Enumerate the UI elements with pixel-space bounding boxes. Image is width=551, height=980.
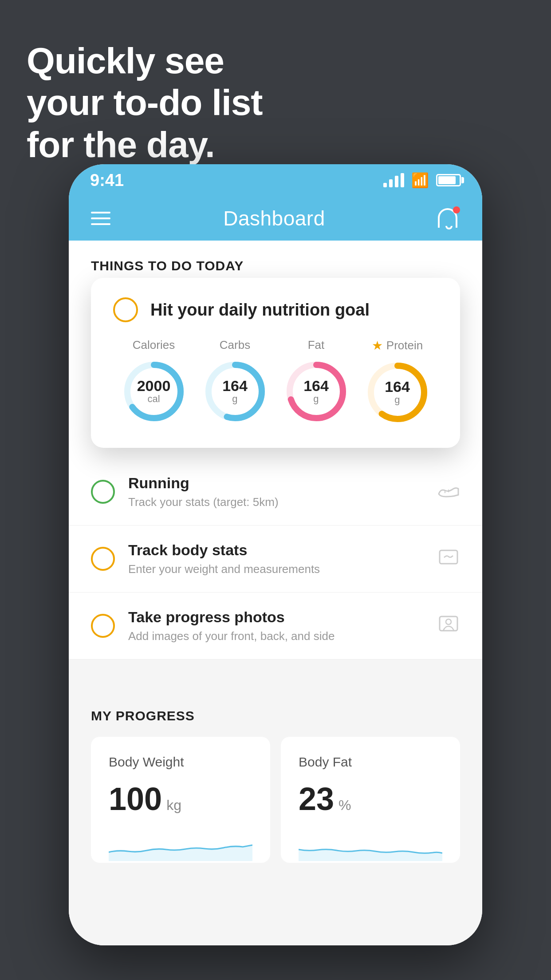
calories-unit: cal [137,393,171,405]
todo-item-progress-photos[interactable]: Take progress photos Add images of your … [69,593,482,660]
calories-label: Calories [133,338,175,352]
body-fat-title: Body Fat [299,755,442,770]
star-icon: ★ [372,338,383,353]
todo-name-running: Running [128,474,424,492]
signal-icon [383,173,404,187]
spacer [69,660,482,686]
status-bar: 9:41 📶 [69,164,482,196]
carbs-label: Carbs [220,338,250,352]
todo-circle-body-stats [91,547,115,571]
calories-donut: 2000 cal [121,358,187,425]
body-weight-value-row: 100 kg [109,783,252,815]
carbs-stat: Carbs 164 g [202,338,268,425]
todo-desc-progress-photos: Add images of your front, back, and side [128,629,424,643]
body-weight-unit: kg [166,797,181,814]
body-weight-value: 100 [109,783,162,815]
body-fat-card[interactable]: Body Fat 23 % [281,737,460,863]
wifi-icon: 📶 [411,172,429,189]
scale-icon [437,547,460,571]
nutrition-card-header: Hit your daily nutrition goal [113,297,438,322]
protein-label: ★ Protein [372,338,423,353]
fat-unit: g [303,393,329,405]
nutrition-check-circle [113,297,138,322]
progress-cards: Body Weight 100 kg Body Fat 23 % [91,737,460,863]
progress-section: MY PROGRESS Body Weight 100 kg Body Fat … [69,686,482,863]
body-fat-unit: % [338,797,351,814]
carbs-value: 164 [222,378,248,393]
todo-name-progress-photos: Take progress photos [128,609,424,626]
running-shoe-icon [437,480,460,504]
fat-stat: Fat 164 g [283,338,350,425]
person-photo-icon [437,614,460,638]
todo-item-body-stats[interactable]: Track body stats Enter your weight and m… [69,526,482,593]
protein-stat: ★ Protein 164 g [364,338,431,426]
fat-label: Fat [308,338,325,352]
body-fat-sparkline [299,830,442,861]
todo-circle-running [91,480,115,504]
todo-name-body-stats: Track body stats [128,541,424,559]
body-weight-card[interactable]: Body Weight 100 kg [91,737,270,863]
fat-donut: 164 g [283,358,350,425]
nav-title: Dashboard [223,206,325,230]
status-time: 9:41 [90,171,124,190]
protein-unit: g [385,394,410,406]
todo-circle-progress-photos [91,614,115,638]
headline: Quickly see your to-do list for the day. [27,40,263,166]
todo-list: Running Track your stats (target: 5km) T… [69,458,482,660]
nutrition-card-title: Hit your daily nutrition goal [150,300,370,320]
calories-value: 2000 [137,378,171,393]
nutrition-card[interactable]: Hit your daily nutrition goal Calories 2… [91,278,460,448]
battery-icon [436,174,461,186]
fat-value: 164 [303,378,329,393]
nutrition-stats: Calories 2000 cal Carbs [113,338,438,426]
phone-frame: 9:41 📶 Dashboard THINGS TO DO TODA [69,164,482,945]
todo-desc-running: Track your stats (target: 5km) [128,495,424,509]
things-section-header: THINGS TO DO TODAY [69,241,482,282]
todo-desc-body-stats: Enter your weight and measurements [128,562,424,576]
notification-bell-icon[interactable] [438,206,460,230]
todo-text-progress-photos: Take progress photos Add images of your … [128,609,424,643]
svg-point-10 [446,619,451,624]
calories-stat: Calories 2000 cal [121,338,187,425]
todo-text-running: Running Track your stats (target: 5km) [128,474,424,509]
carbs-donut: 164 g [202,358,268,425]
protein-value: 164 [385,379,410,394]
body-fat-value: 23 [299,783,334,815]
carbs-unit: g [222,393,248,405]
body-fat-value-row: 23 % [299,783,442,815]
bottom-fill [69,863,482,945]
protein-donut: 164 g [364,359,431,426]
body-weight-sparkline [109,830,252,861]
progress-section-title: MY PROGRESS [91,708,460,723]
body-weight-title: Body Weight [109,755,252,770]
todo-item-running[interactable]: Running Track your stats (target: 5km) [69,458,482,526]
menu-button[interactable] [91,212,110,225]
status-icons: 📶 [383,172,461,189]
nav-bar: Dashboard [69,196,482,241]
todo-text-body-stats: Track body stats Enter your weight and m… [128,541,424,576]
